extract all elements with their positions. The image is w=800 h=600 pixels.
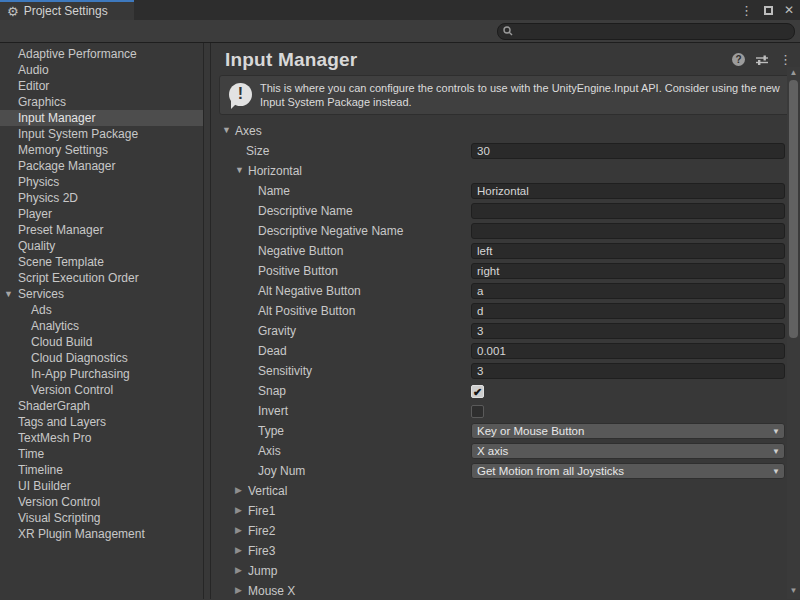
setting-row: ▶Vertical bbox=[211, 481, 800, 501]
sidebar-item[interactable]: Quality bbox=[0, 238, 203, 254]
sidebar-item[interactable]: Package Manager bbox=[0, 158, 203, 174]
foldout-closed-icon[interactable]: ▶ bbox=[235, 485, 242, 495]
foldout-open-icon[interactable]: ▼ bbox=[235, 165, 244, 175]
preset-icon[interactable] bbox=[755, 54, 769, 66]
setting-label[interactable]: Horizontal bbox=[248, 164, 302, 178]
search-icon bbox=[503, 26, 513, 36]
setting-text-field[interactable] bbox=[471, 283, 785, 299]
setting-label: Negative Button bbox=[258, 244, 343, 258]
sidebar-item[interactable]: Audio bbox=[0, 62, 203, 78]
foldout-open-icon[interactable]: ▼ bbox=[222, 125, 231, 135]
sidebar-item[interactable]: Analytics bbox=[0, 318, 203, 334]
sidebar-item[interactable]: Memory Settings bbox=[0, 142, 203, 158]
setting-text-field[interactable] bbox=[471, 223, 785, 239]
sidebar-item[interactable]: In-App Purchasing bbox=[0, 366, 203, 382]
sidebar-item[interactable]: Input Manager bbox=[0, 110, 203, 126]
sidebar-item-label: Package Manager bbox=[18, 159, 115, 173]
sidebar-item[interactable]: XR Plugin Management bbox=[0, 526, 203, 542]
panel-resize-handle[interactable] bbox=[203, 43, 211, 599]
setting-checkbox[interactable] bbox=[471, 405, 484, 418]
setting-dropdown[interactable]: X axis▼ bbox=[471, 443, 785, 459]
vertical-scrollbar[interactable]: ▲ ▼ bbox=[787, 67, 800, 599]
window-menu-icon[interactable]: ⋮ bbox=[740, 4, 753, 17]
help-icon[interactable]: ? bbox=[732, 53, 745, 66]
sidebar-item[interactable]: Adaptive Performance bbox=[0, 46, 203, 62]
sidebar-item[interactable]: Script Execution Order bbox=[0, 270, 203, 286]
dropdown-value: Key or Mouse Button bbox=[477, 425, 584, 437]
sidebar-item-label: Cloud Diagnostics bbox=[31, 351, 128, 365]
sidebar-item[interactable]: Ads bbox=[0, 302, 203, 318]
foldout-closed-icon[interactable]: ▶ bbox=[235, 505, 242, 515]
sidebar-item[interactable]: UI Builder bbox=[0, 478, 203, 494]
foldout-closed-icon[interactable]: ▶ bbox=[235, 525, 242, 535]
foldout-closed-icon[interactable]: ▶ bbox=[235, 565, 242, 575]
setting-label[interactable]: Axes bbox=[235, 124, 262, 138]
setting-dropdown[interactable]: Get Motion from all Joysticks▼ bbox=[471, 463, 785, 479]
scrollbar-thumb[interactable] bbox=[789, 80, 798, 338]
setting-text-field[interactable] bbox=[471, 343, 785, 359]
sidebar-item[interactable]: Tags and Layers bbox=[0, 414, 203, 430]
setting-label: Alt Positive Button bbox=[258, 304, 355, 318]
sidebar-item-label: Visual Scripting bbox=[18, 511, 101, 525]
setting-checkbox[interactable]: ✔ bbox=[471, 385, 484, 398]
sidebar-item[interactable]: ShaderGraph bbox=[0, 398, 203, 414]
sidebar-item[interactable]: Scene Template bbox=[0, 254, 203, 270]
setting-label[interactable]: Vertical bbox=[248, 484, 287, 498]
setting-row: Alt Negative Button bbox=[211, 281, 800, 301]
setting-text-field[interactable] bbox=[471, 243, 785, 259]
setting-label[interactable]: Mouse X bbox=[248, 584, 295, 598]
sidebar-item-label: Cloud Build bbox=[31, 335, 92, 349]
setting-label[interactable]: Fire3 bbox=[248, 544, 275, 558]
sidebar-item-label: Audio bbox=[18, 63, 49, 77]
setting-text-field[interactable] bbox=[471, 303, 785, 319]
setting-label: Alt Negative Button bbox=[258, 284, 361, 298]
sidebar-item[interactable]: Preset Manager bbox=[0, 222, 203, 238]
setting-text-field[interactable] bbox=[471, 183, 785, 199]
close-icon[interactable]: ✕ bbox=[784, 4, 794, 16]
maximize-icon[interactable] bbox=[764, 6, 773, 15]
sidebar-item[interactable]: Graphics bbox=[0, 94, 203, 110]
sidebar-item[interactable]: Physics 2D bbox=[0, 190, 203, 206]
sidebar-item-label: Physics bbox=[18, 175, 59, 189]
setting-text-field[interactable] bbox=[471, 363, 785, 379]
setting-text-field[interactable] bbox=[471, 143, 785, 159]
sidebar-item[interactable]: Version Control bbox=[0, 494, 203, 510]
sidebar-item[interactable]: Visual Scripting bbox=[0, 510, 203, 526]
setting-row: Negative Button bbox=[211, 241, 800, 261]
foldout-open-icon[interactable]: ▼ bbox=[4, 286, 13, 302]
search-box[interactable] bbox=[497, 23, 795, 40]
search-input[interactable] bbox=[516, 25, 794, 37]
sidebar-item[interactable]: Cloud Build bbox=[0, 334, 203, 350]
sidebar-item[interactable]: Physics bbox=[0, 174, 203, 190]
tab-project-settings[interactable]: ⚙ Project Settings bbox=[0, 0, 134, 20]
scroll-down-icon[interactable]: ▼ bbox=[787, 585, 800, 597]
setting-text-field[interactable] bbox=[471, 203, 785, 219]
setting-label[interactable]: Fire1 bbox=[248, 504, 275, 518]
setting-label[interactable]: Jump bbox=[248, 564, 277, 578]
setting-text-field[interactable] bbox=[471, 323, 785, 339]
setting-text-field[interactable] bbox=[471, 263, 785, 279]
sidebar-item[interactable]: Timeline bbox=[0, 462, 203, 478]
sidebar-item[interactable]: Player bbox=[0, 206, 203, 222]
setting-label[interactable]: Fire2 bbox=[248, 524, 275, 538]
sidebar-item[interactable]: Time bbox=[0, 446, 203, 462]
scroll-up-icon[interactable]: ▲ bbox=[787, 67, 800, 79]
sidebar-item[interactable]: ▼Services bbox=[0, 286, 203, 302]
foldout-closed-icon[interactable]: ▶ bbox=[235, 545, 242, 555]
setting-dropdown[interactable]: Key or Mouse Button▼ bbox=[471, 423, 785, 439]
setting-row: ▶Jump bbox=[211, 561, 800, 581]
sidebar-item[interactable]: Version Control bbox=[0, 382, 203, 398]
sidebar-item-label: Graphics bbox=[18, 95, 66, 109]
setting-row: Descriptive Name bbox=[211, 201, 800, 221]
setting-row: Positive Button bbox=[211, 261, 800, 281]
setting-label: Gravity bbox=[258, 324, 296, 338]
sidebar-item[interactable]: Cloud Diagnostics bbox=[0, 350, 203, 366]
sidebar-item[interactable]: TextMesh Pro bbox=[0, 430, 203, 446]
setting-row: Descriptive Negative Name bbox=[211, 221, 800, 241]
foldout-closed-icon[interactable]: ▶ bbox=[235, 585, 242, 595]
sidebar-item-label: UI Builder bbox=[18, 479, 71, 493]
sidebar-item[interactable]: Editor bbox=[0, 78, 203, 94]
setting-row: ▼Axes bbox=[211, 121, 800, 141]
sidebar-item[interactable]: Input System Package bbox=[0, 126, 203, 142]
more-options-icon[interactable]: ⋮ bbox=[779, 53, 792, 66]
